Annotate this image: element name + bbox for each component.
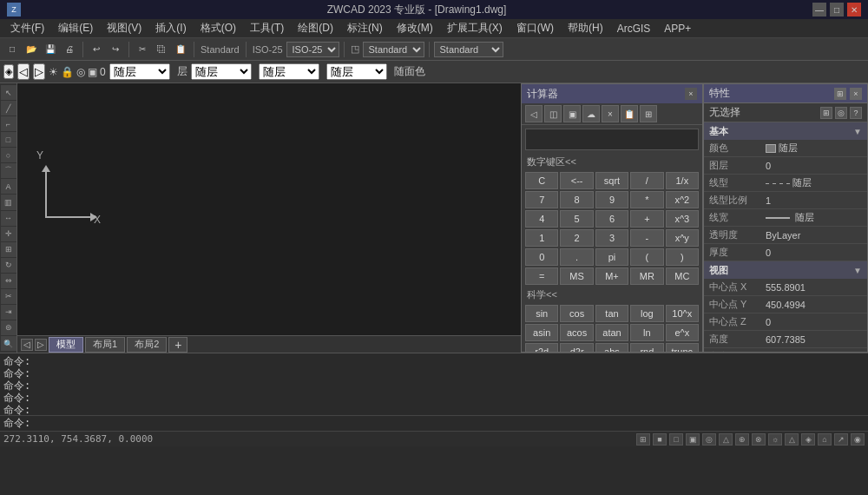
calc-close-button[interactable]: × (685, 88, 697, 100)
calc-sci-btn-abs[interactable]: abs (595, 343, 628, 353)
menu-item-h[interactable]: 帮助(H) (561, 19, 610, 37)
calc-num-btn-x3[interactable]: x^3 (666, 210, 699, 228)
linetype-select[interactable]: 随层 (259, 63, 319, 80)
tab-layout2[interactable]: 布局2 (127, 337, 167, 353)
command-input[interactable] (34, 418, 865, 430)
select-all-button[interactable]: ⊞ (820, 107, 832, 119)
basic-section-header[interactable]: 基本 ▼ (704, 122, 867, 140)
calc-sci-btn-asin[interactable]: asin (525, 324, 558, 341)
menu-item-m[interactable]: 修改(M) (390, 19, 440, 37)
menu-item-v[interactable]: 视图(V) (100, 19, 148, 37)
calc-sci-btn-log[interactable]: log (630, 305, 663, 322)
calc-num-btn-x2[interactable]: x^2 (666, 191, 699, 208)
copy-tool[interactable]: ⊞ (1, 242, 16, 257)
calc-sci-btn-rnd[interactable]: rnd (630, 343, 663, 353)
calc-sci-btn-trunc[interactable]: trunc (666, 343, 699, 353)
polyline-tool[interactable]: ⌐ (1, 116, 16, 131)
menu-item-t[interactable]: 工具(T) (243, 19, 291, 37)
open-button[interactable]: 📂 (23, 41, 40, 58)
line-tool[interactable]: ╱ (1, 101, 16, 116)
layer-next-button[interactable]: ▷ (33, 63, 45, 80)
status-icon-3[interactable]: ▣ (686, 433, 700, 446)
calc-tb-btn-6[interactable]: 📋 (621, 105, 638, 122)
status-icon-8[interactable]: ☼ (768, 433, 782, 446)
calc-tb-btn-1[interactable]: ◁ (525, 105, 542, 122)
view-section-header[interactable]: 视图 ▼ (704, 261, 867, 279)
calc-num-btn-[interactable]: ( (630, 248, 663, 266)
calc-num-btn-[interactable]: = (525, 267, 558, 285)
calc-num-btn-8[interactable]: 8 (560, 191, 593, 208)
undo-button[interactable]: ↩ (88, 41, 105, 58)
cut-button[interactable]: ✂ (134, 41, 151, 58)
calc-sci-btn-acos[interactable]: acos (560, 324, 593, 341)
props-menu-button[interactable]: ⊞ (834, 88, 846, 100)
text-tool[interactable]: A (1, 179, 16, 194)
calc-num-btn-MR[interactable]: MR (630, 267, 663, 285)
calc-tb-btn-3[interactable]: ▣ (563, 105, 581, 122)
status-icon-4[interactable]: ◎ (702, 433, 716, 446)
status-icon-0[interactable]: ⊞ (636, 433, 650, 446)
calc-sci-btn-r2d[interactable]: r2d (525, 343, 558, 353)
color-select[interactable]: 随层 (191, 63, 252, 80)
calc-num-btn-MC[interactable]: MC (666, 267, 699, 285)
calc-tb-btn-2[interactable]: ◫ (544, 105, 562, 122)
props-close-button[interactable]: × (850, 88, 862, 100)
tab-nav-prev[interactable]: ◁ (21, 339, 33, 351)
standard3-select[interactable]: Standard (434, 42, 503, 57)
tab-layout1[interactable]: 布局1 (85, 337, 125, 353)
status-icon-10[interactable]: ◈ (801, 433, 815, 446)
menu-item-n[interactable]: 标注(N) (340, 19, 390, 37)
close-button[interactable]: ✕ (847, 3, 861, 16)
calc-num-btn-5[interactable]: 5 (560, 210, 593, 228)
calc-num-btn-C[interactable]: C (525, 172, 558, 189)
tab-add-button[interactable]: + (168, 337, 187, 353)
trim-tool[interactable]: ✂ (1, 289, 16, 304)
status-icon-13[interactable]: ◉ (851, 433, 865, 446)
status-icon-5[interactable]: △ (719, 433, 733, 446)
calc-sci-btn-d2r[interactable]: d2r (560, 343, 593, 353)
calc-sci-btn-sin[interactable]: sin (525, 305, 558, 322)
arc-tool[interactable]: ⌒ (1, 163, 16, 178)
hatch-tool[interactable]: ▥ (1, 195, 16, 209)
calc-num-btn-0[interactable]: 0 (525, 248, 558, 266)
status-icon-12[interactable]: ↗ (834, 433, 848, 446)
rect-tool[interactable]: □ (1, 132, 16, 147)
menu-item-w[interactable]: 窗口(W) (510, 19, 561, 37)
offset-tool[interactable]: ⊜ (1, 320, 16, 335)
calc-sci-btn-atan[interactable]: atan (595, 324, 628, 341)
calc-num-btn-6[interactable]: 6 (595, 210, 628, 228)
lineweight-select[interactable]: 随层 (326, 63, 387, 80)
status-icon-9[interactable]: △ (785, 433, 799, 446)
print-button[interactable]: 🖨 (61, 41, 78, 58)
minimize-button[interactable]: — (812, 3, 826, 16)
calc-num-btn-xy[interactable]: x^y (666, 229, 699, 247)
copy-button[interactable]: ⿻ (153, 41, 170, 58)
menu-item-arcgis[interactable]: ArcGIS (610, 21, 658, 36)
menu-item-i[interactable]: 插入(I) (148, 19, 193, 37)
mirror-tool[interactable]: ⇔ (1, 274, 16, 288)
calc-sci-btn-ex[interactable]: e^x (666, 324, 699, 341)
calc-tb-btn-4[interactable]: ☁ (582, 105, 600, 122)
help-button[interactable]: ? (850, 107, 862, 119)
calc-num-btn-[interactable]: * (630, 191, 663, 208)
maximize-button[interactable]: □ (830, 3, 844, 16)
calc-num-btn-7[interactable]: 7 (525, 191, 558, 208)
menu-item-app[interactable]: APP+ (657, 21, 698, 36)
calc-num-btn-[interactable]: ) (666, 248, 699, 266)
calculator-display[interactable] (525, 129, 699, 150)
calc-sci-btn-10x[interactable]: 10^x (666, 305, 699, 322)
redo-button[interactable]: ↪ (107, 41, 124, 58)
menu-item-d[interactable]: 绘图(D) (291, 19, 340, 37)
calc-num-btn-[interactable]: + (630, 210, 663, 228)
status-icon-11[interactable]: ⌂ (818, 433, 832, 446)
tab-model[interactable]: 模型 (49, 337, 83, 353)
calc-num-btn-1[interactable]: 1 (525, 229, 558, 247)
calc-num-btn-2[interactable]: 2 (560, 229, 593, 247)
calc-num-btn-3[interactable]: 3 (595, 229, 628, 247)
standard2-select[interactable]: Standard (363, 42, 424, 57)
dim-tool[interactable]: ↔ (1, 211, 16, 226)
calc-sci-btn-ln[interactable]: ln (630, 324, 663, 341)
zoom-tool[interactable]: 🔍 (1, 336, 16, 351)
calc-num-btn-pi[interactable]: pi (595, 248, 628, 266)
extend-tool[interactable]: ⇥ (1, 305, 16, 320)
